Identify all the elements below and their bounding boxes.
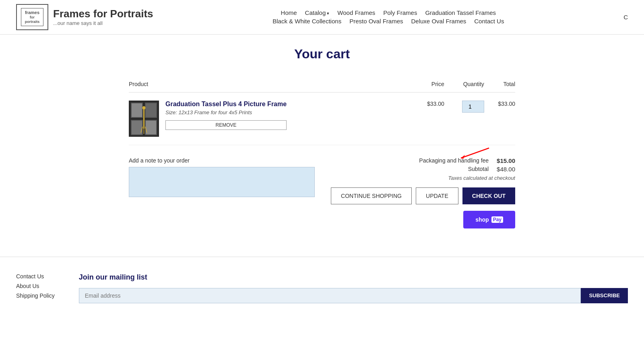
action-buttons: CONTINUE SHOPPING UPDATE CHECK OUT (331, 187, 515, 204)
col-total: Total (484, 78, 515, 93)
mailing-title: Join our mailing list (79, 273, 628, 282)
continue-shopping-button[interactable]: CONTINUE SHOPPING (331, 187, 412, 204)
product-size: Size: 12x13 Frame for four 4x5 Prints (165, 109, 287, 115)
svg-rect-8 (146, 121, 156, 134)
nav-graduation-tassel-frames[interactable]: Graduation Tassel Frames (425, 9, 496, 16)
taxes-note: Taxes calculated at checkout (331, 175, 515, 181)
col-quantity: Quantity (444, 78, 484, 93)
order-note-input[interactable] (129, 167, 315, 197)
product-cell: Graduation Tassel Plus 4 Picture Frame S… (129, 101, 413, 137)
email-row: SUBSCRIBE (79, 288, 628, 303)
quantity-cell (444, 92, 484, 145)
table-row: Graduation Tassel Plus 4 Picture Frame S… (129, 92, 515, 145)
svg-point-10 (142, 106, 146, 109)
svg-rect-6 (132, 121, 142, 134)
nav-contact[interactable]: Contact Us (474, 18, 504, 25)
brand-info: Frames for Portraits ...our name says it… (53, 8, 153, 26)
nav-deluxe-oval[interactable]: Deluxe Oval Frames (411, 18, 466, 25)
nav-row-2: Black & White Collections Presto Oval Fr… (272, 18, 504, 25)
red-arrow-icon (457, 146, 493, 162)
footer: Contact Us About Us Shipping Policy Join… (0, 257, 644, 319)
quantity-input[interactable] (462, 101, 484, 113)
subscribe-button[interactable]: SUBSCRIBE (581, 288, 628, 303)
nav-catalog[interactable]: Catalog (305, 9, 330, 16)
checkout-button[interactable]: CHECK OUT (462, 187, 515, 204)
total-cell: $33.00 (484, 92, 515, 145)
email-input[interactable] (79, 288, 581, 303)
logo-line2: for portraits (23, 15, 41, 24)
order-summary: Packaging and handling fee $15.00 Subtot… (331, 157, 515, 211)
logo-area: frames for portraits Frames for Portrait… (16, 4, 153, 30)
col-product: Product (129, 78, 413, 93)
main-content: Your cart Product Price Quantity Total (121, 35, 523, 257)
cart-table: Product Price Quantity Total (129, 78, 515, 145)
main-nav: Home Catalog Wood Frames Poly Frames Gra… (272, 9, 504, 25)
footer-contact[interactable]: Contact Us (16, 273, 55, 280)
bottom-section: Add a note to your order Packaging and h… (129, 157, 515, 211)
shoppay-mark: Pay (491, 216, 503, 223)
footer-links: Contact Us About Us Shipping Policy (16, 273, 55, 303)
nav-poly-frames[interactable]: Poly Frames (383, 9, 417, 16)
cart-icon[interactable]: C (623, 14, 628, 21)
product-name: Graduation Tassel Plus 4 Picture Frame (165, 101, 287, 108)
page-title: Your cart (129, 47, 515, 62)
nav-wood-frames[interactable]: Wood Frames (337, 9, 375, 16)
price-cell: $33.00 (413, 92, 444, 145)
logo-line1: frames (23, 10, 41, 15)
svg-rect-4 (146, 103, 156, 117)
nav-home[interactable]: Home (281, 9, 297, 16)
product-image (129, 101, 159, 137)
subtotal-row: Subtotal $48.00 (331, 166, 515, 173)
shoppay-label: shop (475, 216, 489, 223)
brand-tagline: ...our name says it all (53, 20, 153, 26)
svg-line-14 (461, 148, 489, 158)
nav-presto-oval[interactable]: Presto Oval Frames (349, 18, 403, 25)
brand-name: Frames for Portraits (53, 8, 153, 20)
shoppay-button[interactable]: shop Pay (463, 211, 515, 228)
shoppay-row: shop Pay (129, 211, 515, 228)
svg-rect-2 (132, 103, 142, 117)
col-price: Price (413, 78, 444, 93)
subtotal-label: Subtotal (468, 166, 489, 172)
fee-amount: $15.00 (497, 157, 515, 164)
logo-icon[interactable]: frames for portraits (16, 4, 48, 30)
update-button[interactable]: UPDATE (416, 187, 458, 204)
footer-shipping[interactable]: Shipping Policy (16, 292, 55, 299)
header: frames for portraits Frames for Portrait… (0, 0, 644, 35)
remove-button[interactable]: REMOVE (165, 120, 287, 130)
nav-black-white[interactable]: Black & White Collections (272, 18, 341, 25)
note-section: Add a note to your order (129, 157, 315, 198)
note-label: Add a note to your order (129, 157, 315, 164)
svg-rect-9 (143, 109, 144, 129)
subtotal-amount: $48.00 (497, 166, 515, 173)
footer-about[interactable]: About Us (16, 283, 55, 289)
nav-row-1: Home Catalog Wood Frames Poly Frames Gra… (281, 9, 496, 16)
product-info: Graduation Tassel Plus 4 Picture Frame S… (165, 101, 287, 130)
mailing-section: Join our mailing list SUBSCRIBE (79, 273, 628, 303)
